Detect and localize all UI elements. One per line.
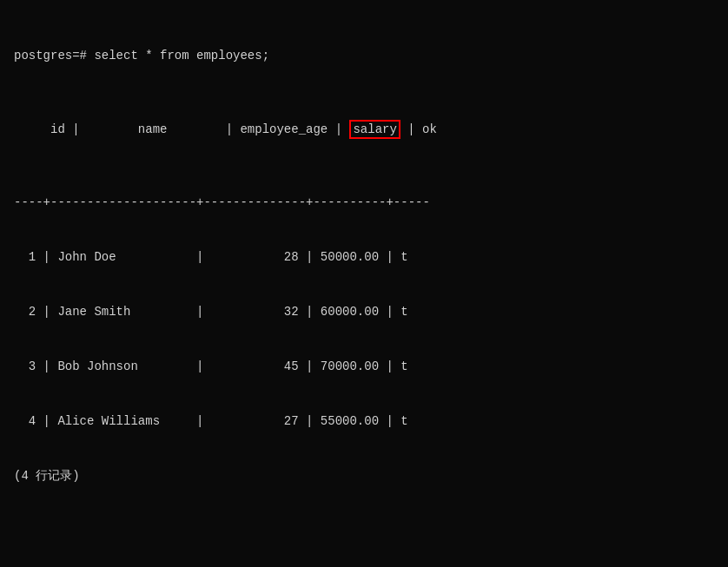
line-empty1 [14, 522, 714, 540]
header-before: id | name | employee_age | [43, 122, 350, 136]
line-header: id | name | employee_age | salary | ok [14, 102, 714, 157]
line-count: (4 行记录) [14, 467, 714, 485]
line-row3: 3 | Bob Johnson | 45 | 70000.00 | t [14, 358, 714, 376]
salary-highlighted: salary [349, 120, 400, 139]
line-row4: 4 | Alice Williams | 27 | 55000.00 | t [14, 412, 714, 431]
line-select-query: postgres=# select * from employees; [14, 47, 714, 65]
line-row2: 2 | Jane Smith | 32 | 60000.00 | t [14, 303, 714, 321]
terminal-window: postgres=# select * from employees; id |… [14, 10, 714, 567]
line-row1: 1 | John Doe | 28 | 50000.00 | t [14, 248, 714, 267]
line-separator1: ----+--------------------+--------------… [14, 194, 714, 212]
header-after: | ok [400, 122, 437, 136]
